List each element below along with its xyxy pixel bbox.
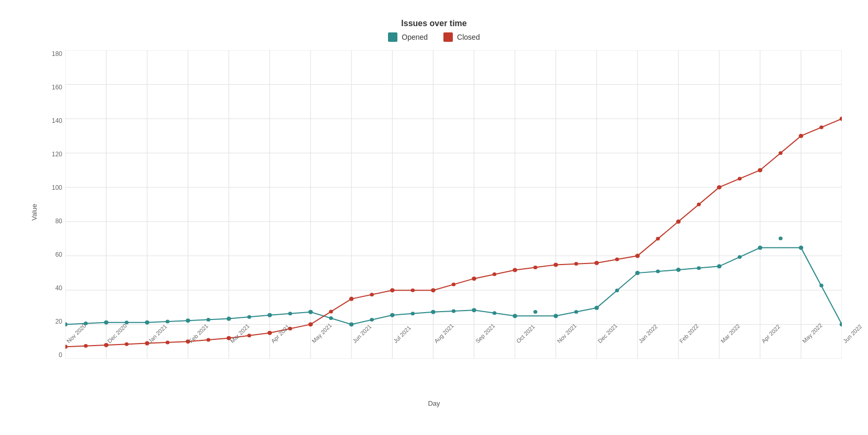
y-axis-label: Value	[26, 50, 42, 374]
svg-point-72	[166, 320, 170, 324]
svg-point-58	[390, 288, 395, 292]
svg-point-32	[145, 320, 150, 325]
x-axis-label: Day	[26, 399, 842, 407]
svg-point-43	[595, 306, 599, 310]
grid-svg-container: .grid-line { stroke: #e0e0e0; stroke-wid…	[65, 50, 842, 359]
svg-point-38	[390, 313, 395, 317]
y-tick: 180	[42, 50, 65, 58]
svg-point-103	[656, 237, 660, 241]
svg-point-62	[554, 262, 558, 267]
svg-point-76	[329, 316, 333, 320]
svg-point-106	[779, 151, 783, 155]
svg-point-63	[595, 261, 599, 265]
svg-point-35	[268, 313, 272, 317]
svg-point-44	[635, 271, 640, 275]
svg-point-84	[656, 270, 660, 273]
y-axis: 180160140120100806040200	[42, 50, 65, 374]
svg-point-95	[329, 310, 333, 313]
legend-label-closed: Closed	[457, 33, 480, 41]
y-tick: 140	[42, 117, 65, 124]
svg-point-59	[431, 288, 436, 292]
y-tick: 160	[42, 84, 65, 91]
svg-point-64	[635, 254, 640, 258]
svg-point-96	[370, 293, 374, 296]
svg-point-73	[207, 318, 211, 322]
svg-point-101	[574, 262, 578, 266]
legend-color-closed	[443, 32, 453, 42]
chart-area: Value 180160140120100806040200 .grid-lin…	[26, 50, 842, 374]
svg-point-77	[370, 318, 374, 322]
svg-point-30	[65, 322, 67, 326]
svg-point-107	[819, 125, 824, 129]
svg-point-37	[349, 322, 354, 326]
svg-point-98	[452, 283, 456, 287]
svg-point-47	[758, 246, 762, 250]
svg-point-42	[554, 314, 558, 318]
svg-point-68	[799, 134, 804, 138]
svg-point-60	[472, 277, 476, 281]
svg-point-88	[819, 284, 824, 288]
svg-point-66	[717, 185, 722, 189]
y-tick: 100	[42, 184, 65, 191]
svg-point-78	[411, 312, 415, 315]
x-tick: Jun 2022	[842, 323, 863, 344]
svg-point-46	[717, 264, 722, 268]
svg-point-105	[738, 177, 742, 180]
svg-point-34	[226, 317, 231, 321]
svg-point-55	[268, 331, 272, 335]
svg-point-61	[512, 268, 517, 272]
svg-point-67	[758, 168, 762, 172]
svg-point-65	[676, 220, 681, 224]
y-tick: 80	[42, 218, 65, 225]
svg-point-104	[697, 203, 701, 207]
svg-point-80	[493, 311, 497, 315]
svg-point-83	[615, 289, 619, 292]
svg-point-97	[411, 289, 415, 292]
svg-point-40	[472, 308, 476, 312]
svg-point-99	[493, 272, 497, 276]
svg-point-82	[574, 310, 578, 314]
svg-point-39	[431, 310, 436, 314]
svg-point-45	[676, 268, 681, 272]
svg-point-49	[840, 322, 842, 326]
y-tick: 120	[42, 151, 65, 158]
svg-point-41	[512, 314, 517, 318]
svg-point-57	[349, 297, 354, 301]
y-tick: 20	[42, 318, 65, 325]
svg-point-36	[309, 310, 313, 314]
y-tick: 40	[42, 284, 65, 292]
svg-point-79	[452, 310, 456, 313]
svg-point-85	[697, 266, 701, 270]
svg-point-86	[738, 255, 742, 259]
legend-color-opened	[388, 32, 397, 42]
chart-container: Issues over time Opened Closed Value 180…	[26, 19, 842, 416]
svg-point-48	[799, 246, 804, 250]
svg-point-33	[186, 318, 190, 323]
x-axis: Nov 2020Dec 2020Jan 2021Feb 2021Mar 2021…	[65, 338, 842, 374]
legend-item-closed: Closed	[443, 32, 480, 42]
chart-title: Issues over time	[26, 19, 842, 28]
svg-point-81	[533, 310, 538, 314]
svg-point-69	[840, 117, 842, 121]
svg-point-100	[533, 266, 538, 269]
svg-point-102	[615, 258, 619, 261]
svg-point-31	[104, 320, 109, 325]
svg-point-93	[247, 334, 252, 337]
svg-point-56	[309, 322, 313, 326]
svg-point-74	[247, 315, 252, 319]
y-tick: 0	[42, 351, 65, 359]
svg-point-75	[288, 312, 292, 315]
chart-legend: Opened Closed	[26, 32, 842, 42]
svg-point-87	[779, 237, 783, 241]
chart-svg: .grid-line { stroke: #e0e0e0; stroke-wid…	[65, 50, 842, 359]
legend-label-opened: Opened	[402, 33, 428, 41]
plot-area: .grid-line { stroke: #e0e0e0; stroke-wid…	[65, 50, 842, 374]
y-tick: 60	[42, 251, 65, 258]
legend-item-opened: Opened	[388, 32, 428, 42]
